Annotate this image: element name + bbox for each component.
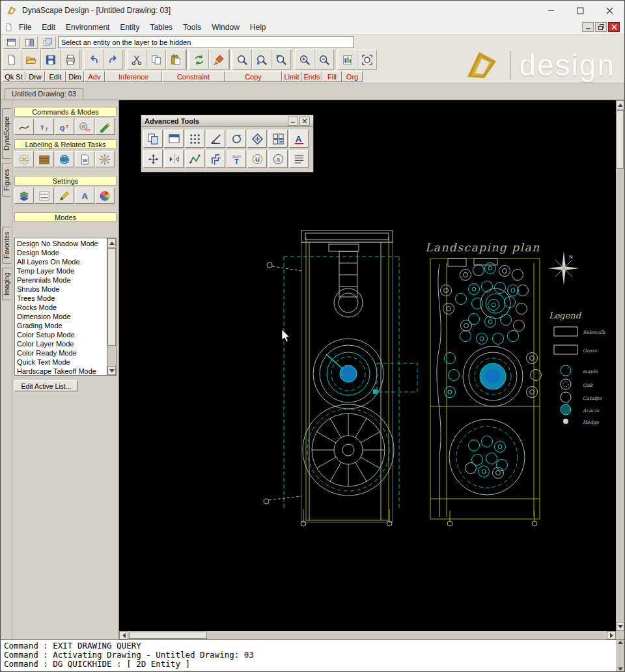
fill-display-button[interactable] (338, 49, 357, 70)
menu-tools[interactable]: Tools (178, 21, 206, 33)
command-log[interactable]: Command : EXIT DRAWING QUERYCommand : Ac… (1, 639, 624, 671)
update-display-button[interactable] (189, 49, 209, 70)
side-tab-dynascape[interactable]: DynaScape (2, 108, 11, 159)
mode-item[interactable]: Quick Text Mode (15, 357, 107, 367)
copy-entities-icon[interactable] (143, 130, 163, 148)
toolbar-group-drw[interactable]: Drw (25, 71, 45, 82)
title-text-icon[interactable]: TT (35, 119, 54, 135)
side-tab-figures[interactable]: Figures (2, 163, 11, 197)
scroll-up-icon[interactable] (616, 100, 624, 109)
layer-settings-icon[interactable] (14, 188, 34, 204)
command-prompt-input[interactable] (58, 36, 354, 48)
sketch-tool-icon[interactable] (14, 119, 34, 135)
drawing-canvas[interactable]: N Landscaping plan Legend Sidewalk Grass… (119, 100, 624, 639)
mode-item[interactable]: Trees Mode (15, 294, 107, 303)
text-style-icon[interactable]: A (289, 130, 309, 148)
mode-item[interactable]: Hardscape Takeoff Mode (15, 367, 107, 376)
child-close-icon[interactable] (608, 22, 620, 32)
command-scrollbar[interactable] (616, 640, 624, 671)
scroll-down-icon[interactable] (616, 622, 624, 631)
menu-environment[interactable]: Environment (61, 21, 115, 33)
print-drawing-button[interactable] (61, 49, 80, 70)
zoom-previous-button[interactable] (271, 49, 291, 70)
mode-item[interactable]: Grading Mode (15, 321, 107, 330)
scroll-right-icon[interactable] (607, 631, 616, 639)
toolbar-group-qk-st[interactable]: Qk St (2, 71, 25, 82)
copy-button[interactable] (146, 49, 166, 70)
mode-item[interactable]: Dimension Mode (15, 312, 107, 321)
scroll-thumb[interactable] (129, 632, 207, 639)
scale-entity-icon[interactable] (247, 130, 267, 148)
scroll-down-icon[interactable] (107, 366, 116, 375)
new-window-icon[interactable] (3, 36, 20, 49)
toolbar-group-copy[interactable]: Copy (225, 71, 282, 82)
toolbar-group-constraint[interactable]: Constraint (162, 71, 225, 82)
toolbar-group-dim[interactable]: Dim (66, 71, 84, 82)
word-export-icon[interactable]: W (75, 151, 94, 167)
toolbar-group-inference[interactable]: Inference (105, 71, 162, 82)
menu-entity[interactable]: Entity (115, 21, 145, 33)
zoom-in-button[interactable] (295, 49, 314, 70)
toolbar-group-limit[interactable]: Limit (282, 71, 301, 82)
side-tab-favorites[interactable]: Favorites (2, 227, 11, 264)
pen-settings-icon[interactable] (55, 188, 74, 204)
color-settings-icon[interactable] (95, 188, 115, 204)
zoom-out-button[interactable] (314, 49, 334, 70)
format-painter-button[interactable] (209, 49, 229, 70)
landscape-drawing[interactable]: N Landscaping plan Legend Sidewalk Grass… (119, 100, 617, 633)
undo-button[interactable] (84, 49, 104, 70)
minimize-icon[interactable] (536, 1, 566, 20)
advtools-close-icon[interactable] (299, 117, 310, 126)
toolbar-group-adv[interactable]: Adv (84, 71, 105, 82)
advanced-tools-titlebar[interactable]: Advanced Tools (141, 115, 313, 127)
edit-active-list-button[interactable]: Edit Active List... (14, 380, 78, 391)
mirror-entity-icon[interactable] (164, 150, 184, 168)
child-minimize-icon[interactable] (582, 22, 594, 32)
zoom-extents-button[interactable] (357, 49, 377, 70)
menu-help[interactable]: Help (245, 21, 271, 33)
text-label-icon[interactable]: TEXTT (227, 150, 246, 168)
selection-handle[interactable] (373, 389, 378, 394)
new-drawing-button[interactable] (2, 49, 21, 70)
scroll-up-icon[interactable] (107, 238, 116, 247)
maximize-icon[interactable] (566, 1, 595, 20)
zoom-dynamic-button[interactable] (252, 49, 271, 70)
open-drawing-button[interactable] (21, 49, 41, 70)
annotate-icon[interactable]: a (268, 150, 288, 168)
side-tab-imaging[interactable]: Imaging (2, 268, 11, 300)
mode-item[interactable]: Shrubs Mode (15, 285, 107, 294)
mode-item[interactable]: Color Setup Mode (15, 330, 107, 339)
menu-tables[interactable]: Tables (145, 21, 178, 33)
mode-item[interactable]: All Layers On Mode (15, 257, 107, 266)
canvas-vertical-scrollbar[interactable] (616, 100, 624, 631)
mode-item[interactable]: Color Layer Mode (15, 339, 107, 348)
toolbar-group-ends[interactable]: Ends (301, 71, 322, 82)
line-style-icon[interactable] (35, 188, 54, 204)
mode-item[interactable]: Temp Layer Mode (15, 266, 107, 275)
drawing-tab[interactable]: Untitled Drawing: 03 (5, 88, 83, 100)
line-spacing-icon[interactable] (289, 150, 309, 168)
mode-item[interactable]: Design No Shadow Mode (15, 239, 107, 248)
group-tool-icon[interactable]: U (247, 150, 267, 168)
font-settings-icon[interactable]: A (75, 188, 94, 204)
cut-button[interactable] (127, 49, 146, 70)
close-icon[interactable] (595, 1, 624, 20)
material-takeoff-icon[interactable] (35, 151, 54, 167)
toolbar-group-org[interactable]: Org (342, 71, 363, 82)
scroll-left-icon[interactable] (119, 631, 128, 639)
scroll-thumb[interactable] (617, 110, 624, 169)
child-restore-icon[interactable] (595, 22, 607, 32)
paste-button[interactable] (166, 49, 186, 70)
redo-button[interactable] (104, 49, 123, 70)
scroll-thumb[interactable] (107, 248, 116, 346)
plant-label-icon[interactable] (14, 151, 34, 167)
cell-pattern-icon[interactable] (268, 130, 288, 148)
paste-window-icon[interactable] (164, 130, 184, 148)
tile-windows-icon[interactable] (21, 36, 38, 49)
array-grid-icon[interactable] (185, 130, 204, 148)
mode-item[interactable]: Design Mode (15, 248, 107, 257)
zoom-window-button[interactable] (232, 49, 252, 70)
quick-text-icon[interactable]: QT (55, 119, 74, 135)
measure-angle-icon[interactable] (206, 130, 225, 148)
save-drawing-button[interactable] (41, 49, 61, 70)
